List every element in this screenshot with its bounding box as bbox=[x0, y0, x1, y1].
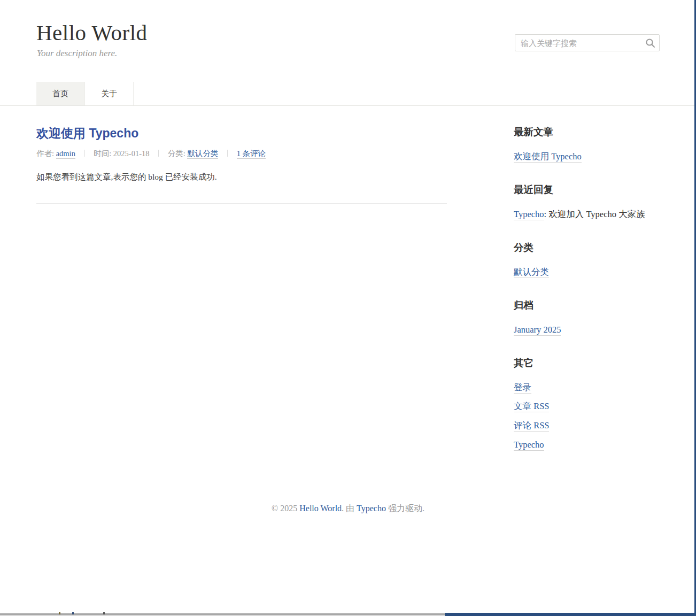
sidebar: 最新文章 欢迎使用 Typecho 最近回复 Typecho: 欢迎加入 Typ… bbox=[514, 126, 660, 472]
category-link[interactable]: 默认分类 bbox=[514, 267, 549, 278]
main-nav: 首页 关于 bbox=[36, 82, 134, 105]
widget-recent-comments: 最近回复 Typecho: 欢迎加入 Typecho 大家族 bbox=[514, 184, 660, 220]
time-label: 时间: bbox=[94, 149, 111, 158]
search-form bbox=[515, 34, 660, 51]
commenter-link[interactable]: Typecho bbox=[514, 209, 544, 220]
widget-misc: 其它 登录 文章 RSS 评论 RSS Typecho bbox=[514, 357, 660, 451]
comments-rss-link[interactable]: 评论 RSS bbox=[514, 420, 549, 432]
nav-item-home[interactable]: 首页 bbox=[36, 82, 85, 105]
login-link[interactable]: 登录 bbox=[514, 382, 531, 394]
widget-recent-posts: 最新文章 欢迎使用 Typecho bbox=[514, 126, 660, 163]
post-date: 2025-01-18 bbox=[113, 149, 150, 158]
site-footer: © 2025 Hello World. 由 Typecho 强力驱动. bbox=[0, 503, 696, 514]
comment-excerpt: : 欢迎加入 Typecho 大家族 bbox=[544, 209, 645, 219]
post: 欢迎使用 Typecho 作者: admin 时间: 2025-01-18 分类… bbox=[36, 126, 447, 204]
window-bottom-edge bbox=[445, 613, 696, 616]
widget-title: 最新文章 bbox=[514, 126, 660, 137]
author-label: 作者: bbox=[36, 149, 54, 158]
taskbar-edge-gray bbox=[0, 613, 445, 615]
meta-separator bbox=[84, 150, 85, 157]
footer-engine-link[interactable]: Typecho bbox=[357, 504, 386, 513]
list-item: 评论 RSS bbox=[514, 420, 660, 432]
list-item: 默认分类 bbox=[514, 267, 660, 278]
taskbar-speck bbox=[72, 612, 74, 614]
archive-link[interactable]: January 2025 bbox=[514, 325, 561, 336]
meta-separator bbox=[227, 150, 228, 157]
recent-post-link[interactable]: 欢迎使用 Typecho bbox=[514, 151, 582, 163]
posts-rss-link[interactable]: 文章 RSS bbox=[514, 401, 549, 412]
main-wrap: 欢迎使用 Typecho 作者: admin 时间: 2025-01-18 分类… bbox=[36, 106, 660, 472]
footer-mid-text: . 由 bbox=[342, 504, 354, 513]
list-item: Typecho bbox=[514, 440, 660, 451]
nav-item-about[interactable]: 关于 bbox=[85, 82, 134, 105]
post-divider bbox=[36, 203, 447, 204]
copyright-text: © 2025 bbox=[272, 504, 297, 513]
list-item: 欢迎使用 Typecho bbox=[514, 151, 660, 163]
category-label: 分类: bbox=[168, 149, 185, 158]
post-title-link[interactable]: 欢迎使用 Typecho bbox=[36, 126, 138, 140]
list-item: January 2025 bbox=[514, 325, 660, 336]
widget-title: 归档 bbox=[514, 299, 660, 311]
post-title: 欢迎使用 Typecho bbox=[36, 126, 447, 141]
site-title-link[interactable]: Hello World bbox=[36, 20, 148, 45]
content-column: 欢迎使用 Typecho 作者: admin 时间: 2025-01-18 分类… bbox=[36, 126, 447, 204]
widget-title: 分类 bbox=[514, 242, 660, 253]
taskbar-speck bbox=[59, 612, 60, 614]
typecho-link[interactable]: Typecho bbox=[514, 440, 544, 451]
widget-title: 最近回复 bbox=[514, 184, 660, 195]
search-input[interactable] bbox=[515, 34, 660, 51]
search-button[interactable] bbox=[642, 36, 658, 50]
post-body: 如果您看到这篇文章,表示您的 blog 已经安装成功. bbox=[36, 171, 447, 183]
comments-link[interactable]: 1 条评论 bbox=[237, 149, 266, 159]
widget-title: 其它 bbox=[514, 357, 660, 368]
site-header: Hello World Your description here. 首页 关于 bbox=[0, 0, 696, 106]
taskbar-speck bbox=[103, 612, 105, 614]
footer-site-link[interactable]: Hello World bbox=[299, 504, 342, 513]
meta-separator bbox=[158, 150, 159, 157]
widget-archives: 归档 January 2025 bbox=[514, 299, 660, 336]
author-link[interactable]: admin bbox=[56, 149, 75, 159]
magnifier-icon bbox=[645, 42, 655, 50]
list-item: 登录 bbox=[514, 382, 660, 394]
widget-categories: 分类 默认分类 bbox=[514, 242, 660, 278]
footer-suffix-text: 强力驱动. bbox=[388, 504, 424, 513]
post-meta: 作者: admin 时间: 2025-01-18 分类: 默认分类 1 条评论 bbox=[36, 149, 447, 158]
list-item: 文章 RSS bbox=[514, 401, 660, 412]
category-link[interactable]: 默认分类 bbox=[187, 149, 218, 159]
list-item: Typecho: 欢迎加入 Typecho 大家族 bbox=[514, 209, 660, 220]
